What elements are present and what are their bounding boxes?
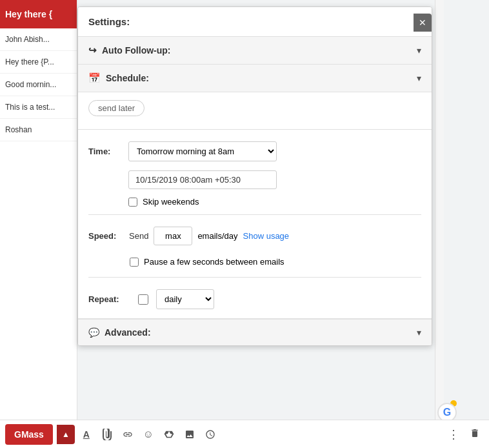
advanced-section[interactable]: 💬 Advanced: ▾	[78, 319, 432, 345]
gmass-button[interactable]: GMass	[5, 424, 53, 445]
speed-label: Speed:	[88, 231, 124, 241]
emails-per-day-label: emails/day	[197, 231, 237, 241]
emoji-icon[interactable]: ☺	[139, 425, 157, 443]
datetime-row	[78, 168, 432, 192]
datetime-input[interactable]	[128, 170, 277, 189]
speed-input[interactable]	[154, 227, 192, 245]
auto-followup-chevron-icon: ▾	[417, 45, 421, 56]
schedule-body: send later	[78, 92, 432, 124]
email-list-item: John Abish...	[0, 28, 77, 51]
email-list-bg: Hey there { John Abish... Hey there {P..…	[0, 0, 77, 448]
settings-title: Settings:	[78, 7, 432, 37]
calendar-icon: 📅	[88, 72, 101, 84]
separator	[78, 129, 432, 130]
email-list-item: Hey there {P...	[0, 51, 77, 74]
repeat-row: Repeat: daily weekly monthly	[78, 280, 432, 318]
toolbar: GMass ▲ A ☺ ⋮	[0, 420, 489, 448]
schedule-chevron-icon: ▾	[417, 73, 421, 83]
repeat-select[interactable]: daily weekly monthly	[156, 289, 214, 309]
image-icon[interactable]	[181, 425, 199, 443]
advanced-chevron-icon: ▾	[417, 327, 421, 338]
drive-icon[interactable]	[160, 425, 178, 443]
repeat-checkbox[interactable]	[138, 294, 148, 305]
pause-label: Pause a few seconds between emails	[144, 257, 284, 267]
skip-weekends-label: Skip weekends	[143, 197, 199, 207]
email-list-item: Roshan	[0, 119, 77, 141]
schedule-icon[interactable]	[201, 425, 219, 443]
divider2	[88, 277, 421, 278]
delete-icon[interactable]	[466, 425, 484, 444]
skip-weekends-checkbox[interactable]	[128, 198, 137, 207]
attach-file-icon[interactable]	[98, 425, 116, 443]
show-usage-link[interactable]: Show usage	[243, 231, 290, 241]
pause-checkbox[interactable]	[130, 258, 139, 267]
more-options-icon[interactable]: ⋮	[444, 425, 463, 444]
auto-followup-label: ↪ Auto Follow-up:	[88, 45, 171, 56]
schedule-section: 📅 Schedule: ▾ send later Time: Tomorrow …	[78, 65, 432, 319]
settings-panel: ✕ Settings: ↪ Auto Follow-up: ▾ 📅 Schedu…	[77, 6, 432, 346]
time-label: Time:	[88, 147, 121, 156]
scrollbar-bg	[435, 0, 444, 448]
repeat-label: Repeat:	[88, 294, 130, 304]
schedule-header[interactable]: 📅 Schedule: ▾	[78, 65, 432, 92]
gmass-dropdown-button[interactable]: ▲	[57, 425, 75, 444]
divider	[88, 214, 421, 215]
close-button[interactable]: ✕	[414, 14, 432, 32]
time-select[interactable]: Tomorrow morning at 8am In 1 hour Tonigh…	[128, 141, 277, 161]
link-icon[interactable]	[119, 425, 137, 443]
speed-row: Speed: Send emails/day Show usage	[78, 218, 432, 254]
time-row: Time: Tomorrow morning at 8am In 1 hour …	[78, 135, 432, 168]
auto-followup-section[interactable]: ↪ Auto Follow-up: ▾	[78, 37, 432, 65]
send-later-button[interactable]: send later	[88, 100, 145, 116]
format-text-icon[interactable]: A	[77, 425, 95, 443]
send-text: Send	[129, 231, 148, 241]
pause-row: Pause a few seconds between emails	[78, 254, 432, 274]
email-list-item: Good mornin...	[0, 74, 77, 96]
followup-icon: ↪	[88, 45, 97, 56]
skip-weekends-row: Skip weekends	[78, 192, 432, 212]
email-list-item: This is a test...	[0, 96, 77, 119]
email-list-header: Hey there {	[0, 0, 77, 28]
advanced-icon: 💬	[88, 327, 99, 338]
